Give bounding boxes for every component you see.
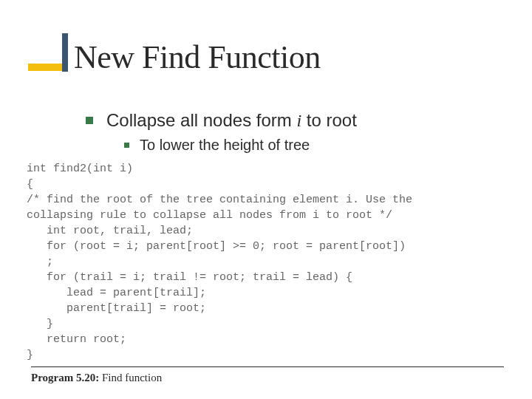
accent-bar-vertical: [62, 33, 68, 72]
bullet1-prefix: Collapse all nodes form: [106, 110, 296, 130]
bullet-level2: To lower the height of tree: [124, 137, 310, 154]
caption-label: Program 5.20:: [31, 372, 99, 383]
square-bullet-icon: [86, 117, 93, 124]
code-snippet: int find2(int i) { /* find the root of t…: [27, 161, 507, 363]
bullet1-suffix: to root: [301, 110, 357, 130]
caption-text: Find function: [99, 372, 162, 383]
bullet1-text: Collapse all nodes form i to root: [106, 110, 357, 131]
program-caption: Program 5.20: Find function: [31, 366, 504, 384]
square-bullet-icon: [124, 143, 129, 148]
code-lines: int find2(int i) { /* find the root of t…: [27, 161, 507, 363]
bullet2-text: To lower the height of tree: [140, 137, 310, 154]
accent-bar-horizontal: [28, 64, 66, 71]
slide: New Find Function Collapse all nodes for…: [0, 0, 532, 399]
bullet-level1: Collapse all nodes form i to root: [86, 110, 357, 131]
slide-title: New Find Function: [74, 38, 321, 76]
